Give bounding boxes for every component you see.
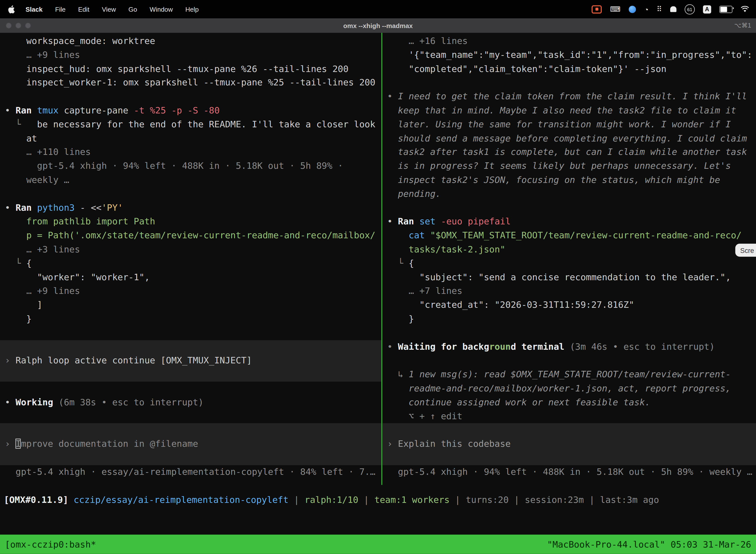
- terminal-line: at: [5, 131, 381, 146]
- terminal-text-segment: •: [387, 341, 398, 351]
- terminal-line: p = Path('.omx/state/team/review-current…: [5, 229, 381, 243]
- terminal-text-segment: ralph:1/10: [305, 494, 359, 505]
- terminal-text-segment: turns:20: [466, 494, 509, 505]
- terminal-line: readme-and-reco/mailbox/worker-1.json, a…: [387, 382, 756, 395]
- terminal-line: [5, 451, 381, 465]
- terminal-text-segment: ›: [5, 355, 15, 365]
- menu-help[interactable]: Help: [185, 5, 199, 13]
- left-pane[interactable]: workspace_mode: worktree … +9 lines insp…: [0, 33, 381, 485]
- minimize-button[interactable]: [15, 22, 21, 28]
- battery-icon[interactable]: [719, 5, 732, 13]
- terminal-line: └ {: [5, 257, 381, 271]
- terminal-text-segment: roun: [489, 341, 511, 351]
- app-menu-slack[interactable]: Slack: [25, 5, 43, 13]
- battery-percent-badge[interactable]: 61: [685, 4, 695, 14]
- terminal-line: gpt-5.4 xhigh · 94% left · 488K in · 5.1…: [5, 159, 381, 173]
- menu-window[interactable]: Window: [149, 5, 173, 13]
- terminal-line: inspect_hud: omx sparkshell --tmux-pane …: [5, 62, 381, 76]
- close-button[interactable]: [6, 22, 11, 28]
- window-title-bar[interactable]: omx --xhigh --madmax ⌥⌘1: [0, 18, 756, 33]
- terminal-text-segment: ›: [5, 439, 15, 449]
- terminal-text-segment: 'PY': [102, 203, 123, 213]
- terminal-text-segment: … +110 lines: [5, 147, 90, 157]
- right-pane[interactable]: … +16 lines '{"team_name":"my-team","tas…: [382, 33, 756, 485]
- apple-menu[interactable]: [8, 5, 15, 13]
- terminal-text-segment: Working: [16, 397, 53, 407]
- terminal-line: • Working (6m 38s • esc to interrupt): [5, 395, 381, 409]
- terminal-line: [5, 187, 381, 201]
- terminal-line: keep that in mind. Maybe I also need the…: [387, 104, 756, 118]
- terminal-line: … +3 lines: [5, 243, 381, 257]
- menu-edit[interactable]: Edit: [78, 5, 89, 13]
- terminal-text-segment: I need to get the claim token from the c…: [398, 91, 747, 102]
- menu-bar-status-icons: ⌨ ◔ ⠿ 61 A: [592, 4, 756, 14]
- terminal-text-segment: workspace_mode: worktree: [5, 36, 155, 46]
- terminal-line: … +7 lines: [387, 284, 756, 298]
- terminal-text-segment: 1 new msg(s): read $OMX_TEAM_STATE_ROOT/…: [409, 369, 731, 379]
- screen: Slack File Edit View Go Window Help ⌨ ◔ …: [0, 0, 756, 554]
- terminal-text-segment: |: [289, 494, 305, 505]
- terminal-line: [5, 368, 381, 382]
- terminal-line: inspect_worker-1: omx sparkshell --tmux-…: [5, 76, 381, 90]
- terminal-line: [387, 423, 756, 437]
- terminal-text-segment: team:1 workers: [375, 494, 450, 505]
- terminal-line: should send a message before completing …: [387, 131, 756, 146]
- terminal-line: • Ran python3 - <<'PY': [5, 201, 381, 215]
- screen-recording-icon[interactable]: [592, 5, 602, 13]
- terminal-line: › Ralph loop active continue [OMX_TMUX_I…: [5, 354, 381, 368]
- menu-go[interactable]: Go: [128, 5, 137, 13]
- input-source-icon[interactable]: A: [703, 5, 711, 13]
- apple-icon: [8, 5, 15, 13]
- terminal-text-segment: inspect task2's JSON, focusing on the st…: [387, 175, 720, 185]
- terminal-text-segment: Waiting for backg: [398, 341, 489, 351]
- terminal-line: [5, 409, 381, 423]
- terminal-text-segment: keep that in mind. Maybe I also need the…: [387, 105, 736, 115]
- terminal-line: [5, 326, 381, 340]
- tmux-session-window[interactable]: [omx-cczip0:bash*: [5, 539, 96, 549]
- terminal-text-segment: ›: [387, 439, 398, 449]
- terminal-text-segment: [OMX#0.11.9]: [4, 494, 68, 505]
- menu-bar: Slack File Edit View Go Window Help ⌨ ◔ …: [0, 0, 756, 18]
- screen-share-overlay[interactable]: Scre: [736, 244, 756, 257]
- clock-icon[interactable]: ◔: [644, 5, 649, 13]
- terminal-text-segment: ]: [5, 299, 43, 310]
- terminal-line: }: [387, 312, 756, 326]
- terminal-text-segment: }: [5, 314, 32, 324]
- terminal-text-segment: -t %25 -p -S -80: [134, 105, 219, 115]
- app-grid-icon[interactable]: ⠿: [657, 5, 662, 13]
- terminal-text-segment: Explain this codebase: [398, 439, 511, 449]
- terminal-text-segment: from pathlib import Path: [5, 216, 155, 227]
- terminal-line: └ {: [387, 257, 756, 271]
- ghost-icon[interactable]: [670, 6, 676, 12]
- terminal-text-segment: - <<: [80, 203, 102, 213]
- terminal-line: ⌥ + ↑ edit: [387, 409, 756, 423]
- terminal-text-segment: python3: [37, 203, 80, 213]
- terminal-line: task2 after task1 is complete, but can I…: [387, 146, 756, 159]
- terminal-text-segment: "worker": "worker-1",: [5, 272, 150, 282]
- terminal-text-segment: readme-and-reco/mailbox/worker-1.json, a…: [387, 383, 731, 393]
- terminal-text-segment: •: [5, 397, 15, 407]
- wifi-icon[interactable]: [741, 6, 749, 12]
- terminal-text-segment: {: [409, 258, 414, 268]
- menu-view[interactable]: View: [102, 5, 116, 13]
- terminal-line: weekly …: [5, 173, 381, 187]
- keyboard-icon[interactable]: ⌨: [610, 5, 621, 13]
- terminal-text-segment: ↳: [387, 369, 409, 379]
- terminal-text-segment: [68, 494, 74, 505]
- tmux-status-bar: [omx-cczip0:bash* "MacBook-Pro-44.local"…: [0, 535, 756, 554]
- terminal-text-segment: gpt-5.4 xhigh · 94% left · 488K in · 5.1…: [387, 466, 752, 477]
- browser-app-icon[interactable]: [629, 5, 636, 13]
- terminal-text-segment: Ran: [16, 203, 37, 213]
- terminal-text-segment: '{"team_name":"my-team","task_id":"1","f…: [387, 50, 752, 60]
- menu-file[interactable]: File: [55, 5, 65, 13]
- terminal-text-segment: └: [5, 119, 37, 129]
- terminal-text-segment: gpt-5.4 xhigh · 94% left · 488K in · 5.1…: [5, 161, 343, 171]
- terminal-line: • I need to get the claim token from the…: [387, 90, 756, 104]
- terminal-line: inspect task2's JSON, focusing on the st…: [387, 173, 756, 187]
- terminal-text-segment: set: [420, 216, 441, 227]
- terminal-text-segment: should send a message before completing …: [387, 133, 747, 143]
- terminal-line: pending.: [387, 187, 756, 201]
- zoom-button[interactable]: [25, 22, 31, 28]
- terminal-text-segment: (3m 46s • esc to interrupt): [565, 341, 715, 351]
- terminal-text-segment: tasks/task-2.json": [409, 244, 505, 255]
